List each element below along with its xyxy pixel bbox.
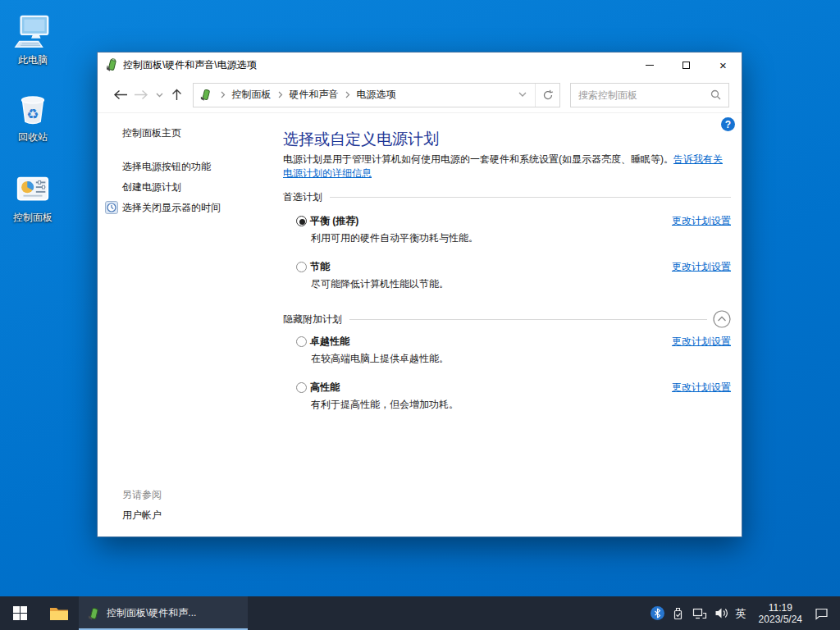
power-options-icon xyxy=(87,607,100,620)
sidebar-item-label: 创建电源计划 xyxy=(122,180,181,194)
start-button[interactable] xyxy=(0,596,39,630)
radio-power-saver[interactable] xyxy=(296,262,307,272)
back-button[interactable] xyxy=(110,84,131,107)
search-box xyxy=(570,83,729,107)
close-icon: × xyxy=(719,59,727,71)
preferred-plans-group-header: 首选计划 xyxy=(283,191,731,203)
sidebar-item-power-button-function[interactable]: 选择电源按钮的功能 xyxy=(98,157,283,177)
desktop-icon-label: 回收站 xyxy=(5,130,61,144)
bluetooth-icon[interactable] xyxy=(651,606,664,620)
collapse-button[interactable] xyxy=(713,310,731,328)
change-plan-settings-link[interactable]: 更改计划设置 xyxy=(672,335,731,349)
breadcrumb-control-panel[interactable]: 控制面板 xyxy=(231,88,273,102)
plan-row-ultimate-performance: 卓越性能 更改计划设置 xyxy=(283,335,731,349)
see-also-header: 另请参阅 xyxy=(122,488,162,500)
sidebar-item-user-accounts[interactable]: 用户帐户 xyxy=(122,509,162,523)
radio-ultimate-performance[interactable] xyxy=(296,336,307,347)
hidden-plans-group-header: 隐藏附加计划 xyxy=(283,310,731,328)
maximize-icon xyxy=(682,62,690,69)
control-panel-icon xyxy=(5,171,61,208)
folder-icon xyxy=(49,605,69,621)
ime-indicator[interactable]: 英 xyxy=(736,606,746,621)
plan-description: 有利于提高性能，但会增加功耗。 xyxy=(311,398,731,412)
radio-balanced[interactable] xyxy=(296,216,307,226)
desktop-icon-this-pc[interactable]: 此电脑 xyxy=(5,13,61,67)
back-arrow-icon xyxy=(113,89,128,100)
usb-icon[interactable] xyxy=(672,607,685,620)
search-icon[interactable] xyxy=(710,89,721,100)
refresh-icon xyxy=(542,89,554,101)
plan-row-high-performance: 高性能 更改计划设置 xyxy=(283,381,731,395)
intro-text: 电源计划是用于管理计算机如何使用电源的一套硬件和系统设置(如显示器亮度、睡眠等)… xyxy=(283,153,731,180)
volume-icon[interactable] xyxy=(714,607,728,619)
close-button[interactable]: × xyxy=(705,53,742,77)
sidebar-item-label: 选择电源按钮的功能 xyxy=(122,160,211,174)
breadcrumb-separator-icon xyxy=(345,91,350,98)
change-plan-settings-link[interactable]: 更改计划设置 xyxy=(672,214,731,228)
maximize-button[interactable] xyxy=(668,53,705,77)
clock-date: 2023/5/24 xyxy=(759,614,802,625)
group-rule xyxy=(330,197,731,198)
plan-row-power-saver: 节能 更改计划设置 xyxy=(283,260,731,274)
plan-description: 在较高端电脑上提供卓越性能。 xyxy=(311,352,731,366)
plan-name: 平衡 (推荐) xyxy=(310,214,358,228)
intro-description: 电源计划是用于管理计算机如何使用电源的一套硬件和系统设置(如显示器亮度、睡眠等)… xyxy=(283,153,673,165)
plan-row-balanced: 平衡 (推荐) 更改计划设置 xyxy=(283,214,731,228)
minimize-button[interactable] xyxy=(631,53,668,77)
group-label: 隐藏附加计划 xyxy=(283,313,342,326)
window-title: 控制面板\硬件和声音\电源选项 xyxy=(123,58,631,72)
chevron-down-icon xyxy=(156,93,163,98)
breadcrumb-separator-icon xyxy=(221,91,226,98)
up-button[interactable] xyxy=(167,84,188,107)
breadcrumb-power-options[interactable]: 电源选项 xyxy=(355,88,398,102)
title-bar[interactable]: 控制面板\硬件和声音\电源选项 × xyxy=(98,52,742,77)
desktop-icon-control-panel[interactable]: 控制面板 xyxy=(5,171,61,225)
search-input[interactable] xyxy=(571,89,710,101)
recent-pages-button[interactable] xyxy=(152,84,167,107)
plan-name: 高性能 xyxy=(310,381,340,395)
desktop-icon-recycle-bin[interactable]: ♻ 回收站 xyxy=(5,90,61,144)
sidebar-item-create-power-plan[interactable]: 创建电源计划 xyxy=(98,177,283,198)
plan-name: 节能 xyxy=(310,260,330,274)
taskbar-clock[interactable]: 11:19 2023/5/24 xyxy=(759,602,802,625)
clock-time: 11:19 xyxy=(759,602,802,614)
desktop-icon-label: 此电脑 xyxy=(5,53,61,67)
chevron-up-circle-icon xyxy=(713,310,731,328)
refresh-button[interactable] xyxy=(535,84,559,107)
sidebar-item-label: 选择关闭显示器的时间 xyxy=(122,201,221,215)
recycle-symbol: ♻ xyxy=(26,107,39,121)
address-dropdown-button[interactable] xyxy=(510,84,535,107)
sidebar-item-choose-display-off-time[interactable]: 选择关闭显示器的时间 xyxy=(98,198,283,218)
change-plan-settings-link[interactable]: 更改计划设置 xyxy=(672,260,731,274)
chevron-down-icon xyxy=(518,92,527,98)
network-icon[interactable] xyxy=(692,607,707,620)
power-options-icon xyxy=(199,89,212,101)
navigation-bar: 控制面板 硬件和声音 电源选项 xyxy=(98,77,742,113)
clock-icon xyxy=(105,201,118,214)
forward-arrow-icon xyxy=(134,89,148,100)
forward-button[interactable] xyxy=(131,84,153,107)
window-content: ? 控制面板主页 选择电源按钮的功能 创建电源计划 xyxy=(98,113,742,536)
up-arrow-icon xyxy=(171,89,182,101)
taskbar-active-task[interactable]: 控制面板\硬件和声... xyxy=(79,596,248,630)
desktop-icon-label: 控制面板 xyxy=(5,211,61,225)
plan-description: 利用可用的硬件自动平衡功耗与性能。 xyxy=(311,231,731,245)
change-plan-settings-link[interactable]: 更改计划设置 xyxy=(672,381,731,395)
plan-description: 尽可能降低计算机性能以节能。 xyxy=(311,277,731,291)
breadcrumb-hardware-sound[interactable]: 硬件和声音 xyxy=(288,88,340,102)
action-center-icon[interactable] xyxy=(815,607,829,620)
sidebar: 控制面板主页 选择电源按钮的功能 创建电源计划 选 xyxy=(98,113,283,536)
this-pc-icon xyxy=(5,13,61,51)
taskbar: 控制面板\硬件和声... xyxy=(0,596,840,630)
radio-high-performance[interactable] xyxy=(296,382,307,393)
file-explorer-button[interactable] xyxy=(39,596,79,630)
breadcrumb-separator-icon xyxy=(278,91,283,98)
sidebar-item-control-panel-home[interactable]: 控制面板主页 xyxy=(122,126,283,140)
page-title: 选择或自定义电源计划 xyxy=(283,131,731,148)
power-options-icon xyxy=(105,58,118,71)
address-bar[interactable]: 控制面板 硬件和声音 电源选项 xyxy=(193,83,560,107)
recycle-bin-icon: ♻ xyxy=(5,90,61,128)
system-tray: 英 11:19 2023/5/24 xyxy=(651,596,840,630)
group-rule xyxy=(349,319,707,320)
control-panel-window: 控制面板\硬件和声音\电源选项 × xyxy=(97,52,742,537)
